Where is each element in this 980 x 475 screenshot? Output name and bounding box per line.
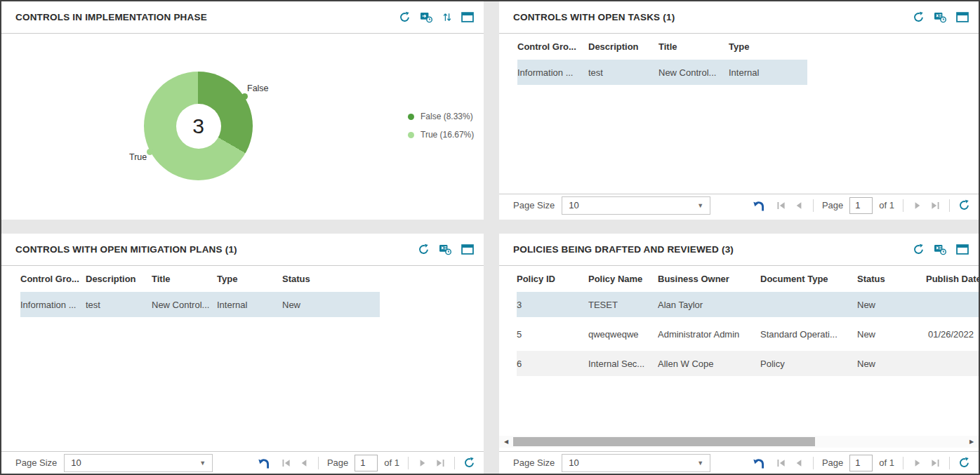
page-number-input[interactable] bbox=[849, 197, 873, 214]
column-header[interactable]: Business Owner bbox=[658, 274, 760, 284]
donut-ring[interactable]: 3 bbox=[144, 72, 253, 180]
column-header[interactable]: Status bbox=[282, 274, 380, 284]
dashboard: CONTROLS IN IMPLEMENTATION PHASE bbox=[0, 0, 980, 475]
slice-label-false: False bbox=[247, 83, 269, 93]
legend-dot bbox=[408, 132, 414, 138]
last-page-icon[interactable] bbox=[929, 457, 941, 469]
last-page-icon[interactable] bbox=[929, 200, 941, 211]
table-cell: New bbox=[857, 359, 926, 369]
column-header[interactable]: Document Type bbox=[760, 274, 857, 284]
page-count-label: of 1 bbox=[879, 200, 894, 210]
scheduled-export-icon[interactable] bbox=[934, 11, 947, 23]
page-size-label: Page Size bbox=[15, 457, 57, 468]
refresh-icon[interactable] bbox=[913, 243, 925, 255]
table-cell: Alan Taylor bbox=[658, 300, 760, 310]
panel-title: CONTROLS WITH OPEN MITIGATION PLANS (1) bbox=[15, 244, 237, 255]
column-header[interactable]: Type bbox=[729, 41, 807, 52]
column-header[interactable]: Control Gro... bbox=[517, 41, 588, 52]
previous-page-icon[interactable] bbox=[793, 457, 804, 469]
first-page-icon[interactable] bbox=[776, 200, 787, 211]
scheduled-export-icon[interactable] bbox=[420, 11, 433, 23]
table-cell: 3 bbox=[517, 300, 588, 310]
scheduled-export-icon[interactable] bbox=[934, 243, 947, 255]
undo-icon[interactable] bbox=[256, 457, 271, 469]
page-size-select[interactable]: 10 ▼ bbox=[64, 454, 213, 472]
table-cell: 6 bbox=[517, 359, 588, 369]
policies-table: Policy IDPolicy NameBusiness OwnerDocume… bbox=[499, 266, 979, 380]
refresh-icon[interactable] bbox=[913, 11, 925, 23]
previous-page-icon[interactable] bbox=[298, 457, 310, 469]
scheduled-export-icon[interactable] bbox=[439, 243, 452, 255]
table-cell: Information ... bbox=[20, 300, 86, 310]
next-page-icon[interactable] bbox=[417, 457, 428, 469]
page-size-select[interactable]: 10 ▼ bbox=[562, 454, 710, 472]
page-number-input[interactable] bbox=[355, 455, 378, 471]
table-cell: New bbox=[857, 329, 926, 340]
panel-toolbar bbox=[913, 243, 969, 255]
table-row[interactable]: 5qweqweqweAdministrator AdminStandard Op… bbox=[517, 321, 979, 347]
scrollbar-thumb[interactable] bbox=[513, 437, 815, 446]
maximize-icon[interactable] bbox=[461, 244, 474, 255]
previous-page-icon[interactable] bbox=[793, 200, 804, 211]
column-header[interactable]: Policy ID bbox=[517, 274, 588, 284]
first-page-icon[interactable] bbox=[281, 457, 292, 469]
table-header-row: Policy IDPolicy NameBusiness OwnerDocume… bbox=[517, 266, 979, 292]
page-number-input[interactable] bbox=[849, 455, 873, 471]
panel-header: POLICIES BEING DRAFTED AND REVIEWED (3) bbox=[499, 234, 979, 266]
page-count-label: of 1 bbox=[384, 457, 399, 468]
scroll-right-icon[interactable]: ▶ bbox=[966, 436, 977, 448]
column-header[interactable]: Title bbox=[152, 274, 217, 284]
refresh-icon[interactable] bbox=[958, 457, 970, 469]
panel-title: CONTROLS IN IMPLEMENTATION PHASE bbox=[15, 12, 207, 22]
chevron-down-icon: ▼ bbox=[697, 202, 703, 209]
column-header[interactable]: Control Gro... bbox=[20, 274, 86, 284]
table-cell: Internal bbox=[729, 67, 807, 78]
scroll-left-icon[interactable]: ◀ bbox=[501, 436, 512, 448]
refresh-icon[interactable] bbox=[463, 457, 475, 469]
first-page-icon[interactable] bbox=[776, 457, 787, 469]
refresh-icon[interactable] bbox=[958, 199, 970, 211]
column-header[interactable]: Publish Date bbox=[926, 274, 974, 284]
open-tasks-table: Control Gro...DescriptionTitleTypeInform… bbox=[499, 34, 979, 89]
paginator: Page Size 10 ▼ Page of 1 bbox=[499, 194, 979, 216]
table-row[interactable]: Information ...testNew Control...Interna… bbox=[517, 60, 807, 85]
last-page-icon[interactable] bbox=[435, 457, 446, 469]
slice-marker-false bbox=[241, 93, 248, 100]
legend-item[interactable]: False (8.33%) bbox=[408, 107, 474, 126]
table-row[interactable]: 3TESETAlan TaylorNew bbox=[517, 292, 979, 317]
separator bbox=[813, 199, 814, 212]
maximize-icon[interactable] bbox=[956, 244, 969, 255]
column-header[interactable]: Type bbox=[217, 274, 282, 284]
table-header-row: Control Gro...DescriptionTitleType bbox=[517, 34, 979, 60]
undo-icon[interactable] bbox=[751, 199, 766, 212]
horizontal-scrollbar[interactable]: ◀ ▶ bbox=[499, 436, 979, 448]
legend-dot bbox=[408, 114, 414, 120]
table-cell: Internal Sec... bbox=[588, 359, 658, 369]
separator bbox=[903, 457, 903, 469]
column-header[interactable]: Policy Name bbox=[588, 274, 658, 284]
donut-chart[interactable]: 3 False True False (8.33%)True (16.67%) bbox=[1, 34, 484, 220]
maximize-icon[interactable] bbox=[461, 12, 474, 22]
column-header[interactable]: Title bbox=[658, 41, 729, 52]
legend-item[interactable]: True (16.67%) bbox=[408, 126, 474, 144]
refresh-icon[interactable] bbox=[418, 243, 430, 255]
undo-icon[interactable] bbox=[751, 457, 766, 469]
next-page-icon[interactable] bbox=[912, 200, 923, 211]
table-row[interactable]: Information ...testNew Control...Interna… bbox=[20, 292, 380, 317]
chevron-down-icon: ▼ bbox=[697, 460, 703, 467]
table-cell: qweqweqwe bbox=[588, 329, 658, 340]
column-header[interactable]: Description bbox=[588, 41, 658, 52]
refresh-icon[interactable] bbox=[399, 11, 411, 23]
maximize-icon[interactable] bbox=[956, 12, 969, 22]
table-cell: 5 bbox=[517, 329, 588, 340]
table-row[interactable]: 6Internal Sec...Allen W CopePolicyNew bbox=[517, 351, 979, 376]
column-header[interactable]: Status bbox=[857, 274, 926, 284]
page-size-label: Page Size bbox=[513, 457, 555, 468]
table-cell: Standard Operati... bbox=[760, 329, 857, 340]
column-header[interactable]: Description bbox=[86, 274, 152, 284]
page-size-select[interactable]: 10 ▼ bbox=[562, 196, 710, 215]
panel-controls-in-implementation-phase: CONTROLS IN IMPLEMENTATION PHASE bbox=[1, 1, 484, 220]
page-label: Page bbox=[822, 200, 843, 210]
sort-arrows-icon[interactable] bbox=[442, 11, 452, 23]
next-page-icon[interactable] bbox=[912, 457, 923, 469]
